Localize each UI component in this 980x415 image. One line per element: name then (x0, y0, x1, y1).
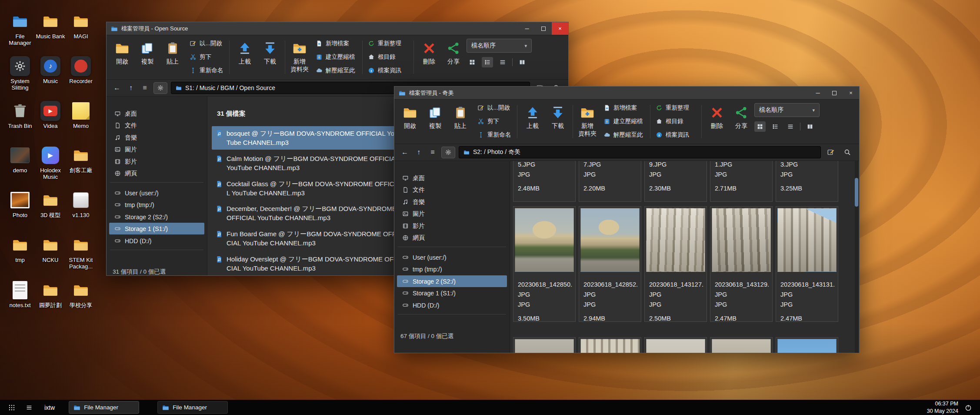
desktop-icon-holodex-music[interactable]: ▶ Holodex Music (35, 144, 66, 180)
settings-button[interactable] (441, 147, 455, 158)
input-method-indicator[interactable]: ixtw (44, 404, 55, 411)
new-folder-button[interactable]: 新增資料夾 (575, 102, 600, 141)
rename-button[interactable]: 重新命名 (187, 64, 227, 77)
desktop-icon-magi[interactable]: MAGI (65, 10, 97, 40)
new-folder-button[interactable]: 新增資料夾 (287, 38, 312, 77)
copy-button[interactable]: 複製 (135, 38, 160, 77)
titlebar[interactable]: 檔案管理員 - 奇美 ─ × (394, 87, 859, 100)
sort-order-dropdown[interactable]: 檔名順序▾ (754, 103, 820, 117)
search-button[interactable] (841, 146, 854, 159)
sidebar-item-user-drive[interactable]: User (user:/) (109, 187, 204, 199)
sidebar-item-documents[interactable]: 文件 (397, 184, 507, 196)
photo-item[interactable]: 5.JPGJPG2.48MB (513, 161, 576, 202)
sidebar-item-storage1-drive[interactable]: Storage 1 (S1:/) (109, 223, 204, 234)
desktop-icon-file-manager[interactable]: File Manager (4, 10, 36, 46)
create-archive-button[interactable]: 建立壓縮檔 (601, 115, 647, 127)
sort-order-dropdown[interactable]: 檔名順序▾ (467, 39, 532, 53)
photo-item[interactable]: 20230618_142852.JPGJPG2.94MB (579, 206, 641, 322)
maximize-button[interactable] (535, 22, 552, 35)
photo-item[interactable] (776, 337, 838, 353)
photo-item[interactable]: 20230618_143127.JPGJPG2.50MB (644, 206, 707, 322)
file-row[interactable]: Holiday Overslept @ フリーBGM DOVA-SYNDROME… (212, 252, 408, 275)
new-file-button[interactable]: 新增檔案 (601, 102, 647, 114)
photo-item[interactable] (513, 337, 576, 353)
sidebar-item-web[interactable]: 網頁 (397, 232, 507, 244)
view-list-button[interactable] (770, 121, 781, 132)
open-button[interactable]: 開啟 (398, 102, 422, 141)
desktop-icon-maker-factory[interactable]: 創客工廠 (65, 144, 97, 174)
desktop-icon-music[interactable]: ♪ Music (35, 55, 66, 85)
view-columns-button[interactable] (804, 121, 816, 132)
clock[interactable]: 06:37 PM 30 May 2024 (927, 400, 958, 415)
desktop-icon-ncku[interactable]: NCKU (35, 234, 66, 264)
delete-button[interactable]: 刪除 (705, 102, 729, 141)
sidebar-item-pictures[interactable]: 圖片 (397, 208, 507, 220)
file-row[interactable]: Cocktail Glass @ フリーBGM DOVA-SYNDROME OF… (212, 177, 408, 200)
scrollbar[interactable] (855, 161, 858, 353)
view-grid-button[interactable] (754, 121, 766, 132)
desktop-icon-system-slitting[interactable]: System Slitting (4, 55, 36, 91)
view-detail-button[interactable] (497, 57, 508, 67)
open-with-button[interactable]: 以...開啟 (187, 37, 227, 50)
desktop-icon-recorder[interactable]: Recorder (65, 55, 97, 85)
photo-item[interactable]: 20230618_142850.JPGJPG3.50MB (513, 206, 576, 322)
photo-item[interactable] (579, 337, 641, 353)
upload-button[interactable]: 上載 (520, 102, 545, 141)
edit-path-button[interactable] (824, 146, 837, 159)
titlebar[interactable]: 檔案管理員 - Open Source ─ × (107, 22, 568, 35)
close-button[interactable]: × (552, 22, 568, 35)
photo-item[interactable] (710, 337, 773, 353)
open-with-button[interactable]: 以...開啟 (475, 102, 514, 114)
copy-button[interactable]: 複製 (423, 102, 447, 141)
download-button[interactable]: 下載 (258, 38, 282, 77)
sidebar-item-web[interactable]: 網頁 (109, 167, 204, 179)
taskbar-task-file-manager-2[interactable]: File Manager (157, 401, 228, 414)
upload-button[interactable]: 上載 (233, 38, 257, 77)
open-button[interactable]: 開啟 (110, 38, 134, 77)
sidebar-item-tmp-drive[interactable]: tmp (tmp:/) (109, 199, 204, 211)
desktop-icon-v1130[interactable]: v1.130 (65, 189, 97, 219)
new-file-button[interactable]: 新增檔案 (313, 37, 360, 50)
delete-button[interactable]: 刪除 (417, 38, 441, 77)
sidebar-item-videos[interactable]: 影片 (109, 156, 204, 167)
desktop-icon-demo[interactable]: demo (4, 144, 36, 174)
sidebar-item-music[interactable]: 音樂 (397, 196, 507, 208)
view-detail-button[interactable] (785, 121, 796, 132)
power-button[interactable] (961, 401, 976, 414)
root-directory-button[interactable]: 根目錄 (366, 51, 411, 63)
extract-here-button[interactable]: 解壓縮至此 (313, 64, 360, 77)
file-info-button[interactable]: 檔案資訊 (653, 129, 699, 141)
share-button[interactable]: 分享 (441, 38, 466, 77)
desktop-icon-stem-kit[interactable]: STEM Kit Packag... (65, 234, 97, 270)
app-launcher-button[interactable] (4, 401, 19, 414)
up-button[interactable]: ↑ (413, 148, 424, 156)
sidebar-item-storage2-drive[interactable]: Storage 2 (S2:/) (109, 211, 204, 223)
minimize-button[interactable]: ─ (810, 87, 826, 99)
sidebar-item-hdd-drive[interactable]: HDD (D:/) (397, 299, 507, 311)
task-list-button[interactable] (22, 401, 37, 414)
sidebar-item-desktop[interactable]: 桌面 (397, 172, 507, 184)
menu-button[interactable]: ≡ (427, 148, 438, 156)
create-archive-button[interactable]: 建立壓縮檔 (313, 51, 360, 63)
desktop-icon-photo[interactable]: Photo (4, 189, 36, 219)
view-list-button[interactable] (482, 57, 493, 67)
photo-item[interactable]: 1.JPGJPG2.71MB (710, 161, 773, 202)
maximize-button[interactable] (826, 87, 843, 99)
photo-item[interactable]: 20230618_143131.JPGJPG2.47MB (776, 206, 838, 322)
file-row[interactable]: December, December! @ フリーBGM DOVA-SYNDRO… (212, 201, 408, 225)
desktop-icon-trash-bin[interactable]: Trash Bin (4, 100, 36, 130)
menu-button[interactable]: ≡ (140, 84, 150, 92)
sidebar-item-pictures[interactable]: 圖片 (109, 144, 204, 155)
sidebar-item-hdd-drive[interactable]: HDD (D:/) (109, 235, 204, 247)
sidebar-item-music[interactable]: 音樂 (109, 132, 204, 144)
file-row[interactable]: Calm Motion @ フリーBGM DOVA-SYNDROME OFFIC… (212, 151, 408, 175)
desktop-icon-school-share[interactable]: 學校分享 (65, 279, 97, 309)
photo-item[interactable]: 7.JPGJPG2.20MB (579, 161, 641, 202)
file-row[interactable]: Fun Board Game @ フリーBGM DOVA-SYNDROME OF… (212, 227, 408, 250)
sidebar-item-desktop[interactable]: 桌面 (109, 108, 204, 120)
photo-item[interactable]: 3.JPGJPG3.25MB (776, 161, 838, 202)
photo-item[interactable]: 20230618_143129.JPGJPG2.47MB (710, 206, 773, 322)
photo-item[interactable]: 9.JPGJPG2.30MB (644, 161, 707, 202)
back-button[interactable]: ← (400, 148, 410, 156)
desktop-icon-videa[interactable]: ▶ Videa (35, 100, 66, 130)
